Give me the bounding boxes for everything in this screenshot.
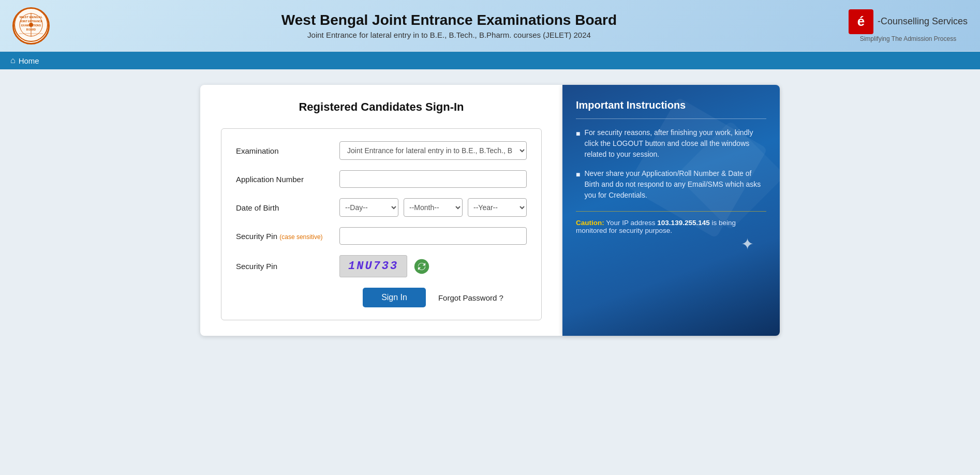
ecounselling-logo: é -Counselling Services Simplifying The … — [849, 9, 968, 42]
svg-point-10 — [414, 259, 429, 273]
home-nav-link[interactable]: ⌂ Home — [10, 56, 39, 65]
form-inner: Examination Joint Entrance for lateral e… — [221, 128, 542, 320]
form-title: Registered Candidates Sign-In — [221, 100, 542, 114]
ecounselling-tagline: Simplifying The Admission Process — [860, 35, 957, 42]
header-center: West Bengal Joint Entrance Examinations … — [50, 12, 849, 39]
svg-point-7 — [29, 23, 33, 27]
instructions-divider — [576, 118, 766, 119]
ecounselling-service: -Counselling Services — [878, 16, 968, 27]
case-sensitive-note: (case sensitive) — [279, 233, 322, 241]
examination-label: Examination — [236, 146, 339, 155]
ip-address: 103.139.255.145 — [657, 219, 709, 227]
examination-row: Examination Joint Entrance for lateral e… — [236, 141, 527, 160]
home-icon: ⌂ — [10, 56, 16, 65]
examination-select[interactable]: Joint Entrance for lateral entry in to B… — [339, 141, 527, 160]
security-pin-label: Security Pin (case sensitive) — [236, 232, 339, 241]
forgot-password-link[interactable]: Forgot Password ? — [438, 293, 503, 302]
wbjee-logo: WEST BENGAL JOINT ENTRANCE EXAMINATIONS … — [12, 7, 50, 44]
dob-day-select[interactable]: --Day-- — [339, 198, 398, 217]
star-decoration: ✦ — [741, 235, 754, 253]
application-number-label: Application Number — [236, 175, 339, 184]
application-number-field — [339, 170, 527, 188]
signin-button[interactable]: Sign In — [363, 288, 426, 307]
bullet-2: ■ — [576, 169, 580, 201]
main-content: Registered Candidates Sign-In Examinatio… — [0, 69, 980, 351]
refresh-captcha-button[interactable] — [412, 257, 431, 276]
caution-box: Caution: Your IP address 103.139.255.145… — [576, 211, 766, 234]
application-number-row: Application Number — [236, 170, 527, 188]
navbar: ⌂ Home — [0, 52, 980, 69]
captcha-display: 1NU733 — [339, 255, 527, 277]
instruction-text-1: For security reasons, after finishing yo… — [584, 127, 766, 160]
caution-text: Your IP address — [606, 219, 657, 227]
application-number-input[interactable] — [339, 170, 527, 188]
home-nav-label: Home — [19, 56, 39, 65]
signin-form-container: Registered Candidates Sign-In Examinatio… — [200, 85, 562, 336]
dob-label: Date of Birth — [236, 203, 339, 212]
instructions-title: Important Instructions — [576, 99, 766, 111]
captcha-row: Security Pin 1NU733 — [236, 255, 527, 277]
instructions-list: ■ For security reasons, after finishing … — [576, 127, 766, 201]
refresh-icon — [413, 258, 430, 275]
dob-year-select[interactable]: --Year-- — [468, 198, 527, 217]
security-pin-field — [339, 227, 527, 245]
dob-month-select[interactable]: --Month-- — [404, 198, 463, 217]
instruction-item-1: ■ For security reasons, after finishing … — [576, 127, 766, 160]
examination-field: Joint Entrance for lateral entry in to B… — [339, 141, 527, 160]
captcha-image: 1NU733 — [339, 255, 407, 277]
security-pin-input[interactable] — [339, 227, 527, 245]
dob-field: --Day-- --Month-- --Year-- — [339, 198, 527, 217]
site-title: West Bengal Joint Entrance Examinations … — [50, 12, 849, 28]
action-row: Sign In Forgot Password ? — [236, 288, 527, 307]
captcha-label: Security Pin — [236, 262, 339, 271]
dob-selects: --Day-- --Month-- --Year-- — [339, 198, 527, 217]
instruction-text-2: Never share your Application/Roll Number… — [584, 168, 766, 201]
instruction-item-2: ■ Never share your Application/Roll Numb… — [576, 168, 766, 201]
bullet-1: ■ — [576, 128, 580, 160]
page-header: WEST BENGAL JOINT ENTRANCE EXAMINATIONS … — [0, 0, 980, 52]
dob-row: Date of Birth --Day-- --Month-- --Year-- — [236, 198, 527, 217]
captcha-field: 1NU733 — [339, 255, 527, 277]
site-subtitle: Joint Entrance for lateral entry in to B… — [50, 31, 849, 39]
security-pin-input-row: Security Pin (case sensitive) — [236, 227, 527, 245]
ecounselling-icon: é — [849, 9, 873, 34]
caution-label: Caution: — [576, 219, 604, 227]
instructions-panel: Important Instructions ■ For security re… — [562, 85, 780, 336]
logo-text: WEST BENGAL JOINT ENTRANCE EXAMINATIONS … — [14, 8, 48, 43]
